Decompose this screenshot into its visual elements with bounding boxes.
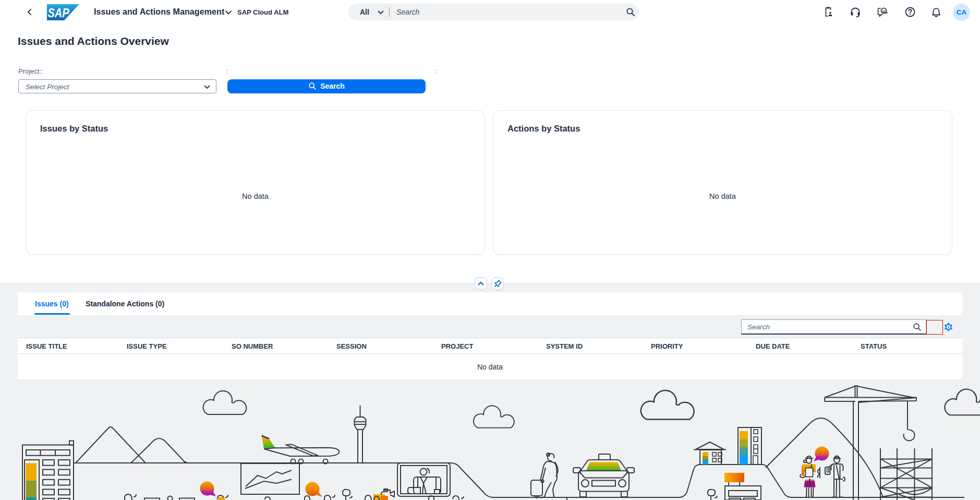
svg-text:SAP: SAP <box>48 6 70 20</box>
